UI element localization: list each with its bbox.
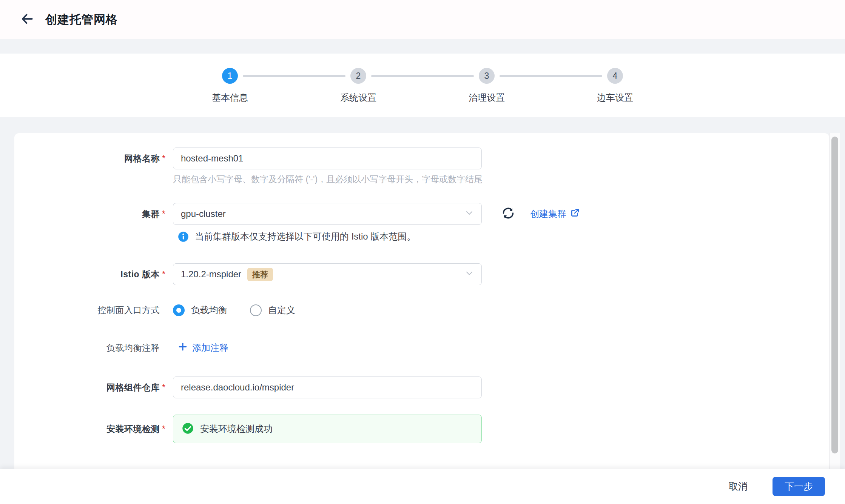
mesh-name-hint: 只能包含小写字母、数字及分隔符 ('-')，且必须以小写字母开头，字母或数字结尾	[173, 174, 483, 185]
required-mark: *	[162, 209, 171, 219]
env-check-success-text: 安装环境检测成功	[200, 423, 273, 435]
istio-version-select[interactable]: 1.20.2-mspider 推荐	[173, 263, 482, 285]
page-header: 创建托管网格	[0, 0, 845, 39]
create-cluster-link[interactable]: 创建集群	[530, 208, 580, 220]
next-step-button[interactable]: 下一步	[773, 477, 825, 496]
plus-icon	[178, 342, 188, 354]
info-icon	[178, 231, 189, 242]
step-label: 基本信息	[212, 92, 248, 104]
required-mark: *	[162, 269, 171, 280]
scrollbar-track[interactable]	[829, 133, 840, 469]
radio-unchecked-icon	[250, 304, 262, 316]
cluster-select[interactable]: gpu-cluster	[173, 203, 482, 225]
form-card: 网格名称 * 只能包含小写字母、数字及分隔符 ('-')，且必须以小写字母开头，…	[14, 133, 829, 469]
chevron-down-icon	[465, 208, 474, 220]
env-check-label: 安装环境检测	[14, 423, 160, 435]
add-annotation-link[interactable]: 添加注释	[178, 342, 228, 354]
component-repo-row: 网格组件仓库 *	[14, 376, 482, 398]
entry-mode-row: 控制面入口方式 负载均衡 自定义	[14, 304, 295, 316]
mesh-name-hint-row: 只能包含小写字母、数字及分隔符 ('-')，且必须以小写字母开头，字母或数字结尾	[14, 174, 483, 185]
back-button[interactable]	[19, 11, 35, 28]
entry-mode-label: 控制面入口方式	[14, 304, 160, 316]
istio-version-label: Istio 版本	[14, 269, 160, 280]
arrow-left-icon	[20, 12, 34, 28]
step-number: 2	[350, 68, 366, 84]
scrollbar-thumb[interactable]	[831, 137, 838, 453]
required-mark: *	[162, 424, 171, 434]
recommended-badge: 推荐	[247, 268, 273, 281]
step-basic-info[interactable]: 1 基本信息	[166, 68, 294, 104]
cluster-info-text: 当前集群版本仅支持选择以下可使用的 Istio 版本范围。	[195, 230, 416, 243]
step-label: 边车设置	[597, 92, 633, 104]
mesh-name-input[interactable]	[173, 148, 482, 169]
env-check-row: 安装环境检测 * 安装环境检测成功	[14, 415, 482, 443]
lb-annotations-row: 负载均衡注释 添加注释	[14, 342, 228, 354]
required-mark: *	[162, 383, 171, 393]
step-label: 治理设置	[469, 92, 505, 104]
component-repo-label: 网格组件仓库	[14, 382, 160, 393]
required-mark: *	[162, 154, 171, 164]
footer-bar: 取消 下一步	[0, 469, 845, 504]
step-number: 4	[607, 68, 623, 84]
cancel-button[interactable]: 取消	[725, 477, 751, 496]
cluster-select-value: gpu-cluster	[181, 209, 226, 219]
radio-checked-icon	[173, 304, 185, 316]
istio-version-value: 1.20.2-mspider	[181, 269, 241, 280]
mesh-name-label: 网格名称	[14, 153, 160, 164]
refresh-icon	[501, 206, 516, 222]
step-number: 3	[479, 68, 495, 84]
stepper-section: 1 基本信息 2 系统设置 3 治理设置 4 边车设置	[0, 54, 845, 117]
component-repo-input[interactable]	[173, 376, 482, 398]
istio-version-row: Istio 版本 * 1.20.2-mspider 推荐	[14, 263, 482, 285]
mesh-name-row: 网格名称 *	[14, 148, 482, 169]
external-link-icon	[570, 208, 580, 220]
chevron-down-icon	[465, 269, 474, 280]
radio-load-balancer[interactable]: 负载均衡	[173, 304, 227, 316]
radio-label: 自定义	[268, 304, 295, 316]
lb-annotations-label: 负载均衡注释	[14, 342, 160, 354]
step-governance-settings[interactable]: 3 治理设置	[422, 68, 551, 104]
cluster-info-row: 当前集群版本仅支持选择以下可使用的 Istio 版本范围。	[14, 230, 416, 243]
create-cluster-link-text: 创建集群	[530, 208, 566, 220]
step-number: 1	[222, 68, 238, 84]
stepper: 1 基本信息 2 系统设置 3 治理设置 4 边车设置	[0, 54, 845, 104]
cluster-label: 集群	[14, 208, 160, 220]
step-sidecar-settings[interactable]: 4 边车设置	[551, 68, 679, 104]
add-annotation-link-text: 添加注释	[192, 342, 228, 354]
step-system-settings[interactable]: 2 系统设置	[294, 68, 422, 104]
refresh-cluster-button[interactable]	[500, 206, 517, 222]
check-circle-icon	[182, 423, 194, 436]
env-check-success-box: 安装环境检测成功	[173, 415, 482, 443]
page-title: 创建托管网格	[45, 12, 118, 28]
radio-custom[interactable]: 自定义	[250, 304, 295, 316]
radio-label: 负载均衡	[191, 304, 227, 316]
step-label: 系统设置	[340, 92, 376, 104]
cluster-row: 集群 * gpu-cluster	[14, 203, 580, 225]
